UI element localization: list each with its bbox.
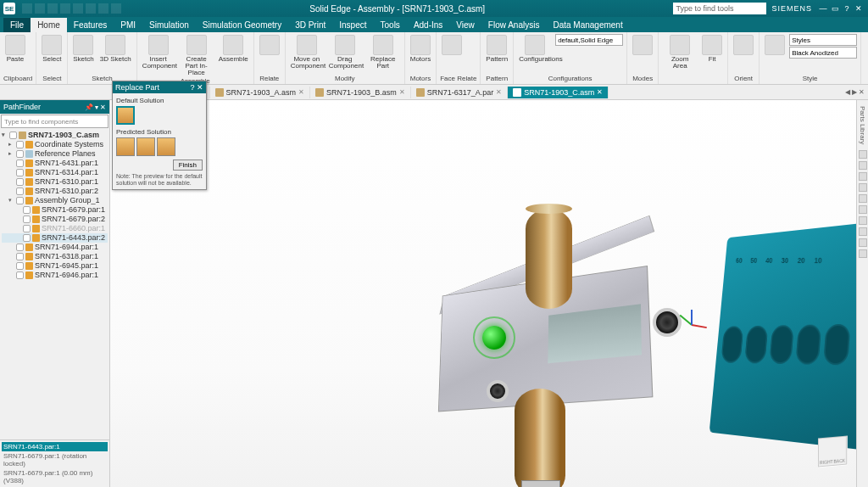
replace-part-header[interactable]: Replace Part ? ✕ (113, 81, 206, 93)
menu-tab-home[interactable]: Home (31, 18, 67, 32)
tree-item[interactable]: SRN71-6431.par:1 (2, 159, 108, 168)
tool-search[interactable]: Type to find tools (673, 3, 766, 14)
qa-btn[interactable] (98, 3, 108, 14)
viewport-3d[interactable]: 605040302010 RIGHTBACK Parts Library (110, 100, 868, 487)
qa-btn[interactable] (111, 3, 121, 14)
ribbon-replace-part[interactable]: Replace Part (365, 34, 401, 70)
menu-tab-data-management[interactable]: Data Management (546, 18, 629, 32)
ribbon-fit[interactable]: Fit (700, 34, 724, 70)
restore-button[interactable]: ▭ (829, 3, 841, 14)
menu-tab-flow-analysis[interactable]: Flow Analysis (481, 18, 547, 32)
panel-help-icon[interactable]: ? (190, 83, 194, 92)
menu-tab-3d-print[interactable]: 3D Print (288, 18, 332, 32)
doc-tab[interactable]: SRN71-1903_A.asm✕ (210, 87, 311, 98)
ribbon-sketch[interactable]: Sketch (71, 34, 95, 64)
relation-row[interactable]: SRN71-6679.par:1 (0.00 mm) (V388) (2, 468, 108, 485)
pathfinder-title: PathFinder (3, 103, 41, 111)
panel-close-icon[interactable]: ✕ (100, 104, 106, 111)
dock-btn[interactable] (859, 172, 867, 181)
config-select[interactable]: default,Solid Edge (555, 34, 623, 46)
menu-tab-simulation[interactable]: Simulation (142, 18, 196, 32)
menu-tab-simulation-geometry[interactable]: Simulation Geometry (196, 18, 288, 32)
tree-item[interactable]: SRN71-6945.par:1 (2, 261, 108, 271)
qa-btn[interactable] (73, 3, 83, 14)
panel-close-icon[interactable]: ✕ (197, 83, 203, 92)
dock-btn[interactable] (859, 249, 867, 258)
dock-btn[interactable] (859, 205, 867, 214)
dock-btn[interactable] (859, 227, 867, 236)
help-button[interactable]: ? (841, 3, 853, 14)
menu-tab-pmi[interactable]: PMI (114, 18, 142, 32)
tree-item[interactable]: ▸Reference Planes (2, 149, 108, 159)
menu-tab-view[interactable]: View (449, 18, 481, 32)
parts-library-tab[interactable]: Parts Library (859, 106, 866, 144)
ribbon-zoom-area[interactable]: Zoom Area (662, 34, 698, 70)
tree-item[interactable]: SRN71-6679.par:2 (2, 215, 108, 224)
relation-row[interactable]: SRN71-6443.par:1 (2, 442, 108, 451)
axis-triad[interactable] (675, 307, 709, 341)
view-cube[interactable]: RIGHTBACK (818, 436, 847, 467)
ribbon-btn[interactable] (258, 34, 281, 56)
style-select[interactable]: Black Anodized (789, 47, 857, 59)
brass-pin-top (526, 209, 572, 309)
menu-tab-tools[interactable]: Tools (374, 18, 407, 32)
qa-btn[interactable] (60, 3, 70, 14)
tree-item[interactable]: ▾Assembly Group_1 (2, 196, 108, 205)
menu-tab-features[interactable]: Features (67, 18, 114, 32)
ribbon-insert-component[interactable]: Insert Component (141, 34, 176, 77)
qa-btn[interactable] (47, 3, 58, 14)
qa-btn[interactable] (86, 3, 96, 14)
close-button[interactable]: ✕ (853, 3, 865, 14)
relation-row[interactable]: SRN71-6679.par:1 (rotation locked) (2, 451, 108, 468)
pathfinder-search[interactable]: Type to find components (1, 115, 108, 128)
tree-root[interactable]: ▾SRN71-1903_C.asm (2, 131, 108, 140)
panel-pin-icon[interactable]: 📌 (85, 104, 93, 111)
tree-item[interactable]: SRN71-6314.par:1 (2, 168, 108, 177)
ribbon-create-part-in-place[interactable]: Create Part In-Place (179, 34, 214, 77)
menu-tab-file[interactable]: File (3, 18, 31, 32)
ribbon-btn[interactable] (631, 34, 654, 56)
ribbon-assemble[interactable]: Assemble (217, 34, 250, 77)
ribbon-btn[interactable] (732, 34, 755, 56)
tree-item[interactable]: SRN71-6443.par:2 (2, 233, 108, 243)
panel-menu-icon[interactable]: ▾ (95, 104, 98, 111)
ribbon-motors[interactable]: Motors (409, 34, 432, 64)
menu-tab-add-ins[interactable]: Add-Ins (407, 18, 449, 32)
minimize-button[interactable]: — (817, 3, 829, 14)
dock-btn[interactable] (859, 161, 867, 170)
predicted-thumb-1[interactable] (116, 137, 135, 156)
tree-item[interactable]: SRN71-6310.par:1 (2, 177, 108, 187)
predicted-thumb-2[interactable] (136, 137, 155, 156)
doc-tab[interactable]: SRN71-6317_A.par✕ (411, 87, 509, 98)
ribbon-move-on-component[interactable]: Move on Component (289, 34, 325, 70)
tree-item[interactable]: SRN71-6679.par:1 (2, 205, 108, 215)
tree-item[interactable]: SRN71-6660.par:1 (2, 224, 108, 233)
ribbon-select[interactable]: Select (40, 34, 64, 64)
ribbon-drag-component[interactable]: Drag Component (327, 34, 363, 70)
dock-btn[interactable] (859, 150, 867, 159)
ribbon-paste[interactable]: Paste (3, 34, 27, 64)
ribbon-pattern[interactable]: Pattern (484, 34, 509, 64)
doc-tab[interactable]: SRN71-1903_B.asm✕ (310, 87, 411, 98)
tree-item[interactable]: ▸Coordinate Systems (2, 140, 108, 149)
dock-btn[interactable] (859, 194, 867, 203)
dock-btn[interactable] (859, 238, 867, 247)
menu-tab-inspect[interactable]: Inspect (332, 18, 373, 32)
ribbon-3d-sketch[interactable]: 3D Sketch (98, 34, 133, 64)
finish-button[interactable]: Finish (173, 160, 203, 171)
default-solution-thumb[interactable] (116, 106, 135, 125)
app-icon: SE (3, 3, 15, 14)
tree-item[interactable]: SRN71-6944.par:1 (2, 243, 108, 252)
predicted-thumb-3[interactable] (157, 137, 175, 156)
ribbon-btn[interactable] (763, 34, 787, 59)
qa-btn[interactable] (35, 3, 45, 14)
dock-btn[interactable] (859, 216, 867, 225)
doc-tab[interactable]: SRN71-1903_C.asm✕ (508, 87, 609, 98)
ribbon-btn[interactable] (440, 34, 464, 56)
qa-btn[interactable] (22, 3, 32, 14)
dock-btn[interactable] (859, 183, 867, 192)
tree-item[interactable]: SRN71-6318.par:1 (2, 252, 108, 261)
tree-item[interactable]: SRN71-6946.par:1 (2, 271, 108, 280)
ribbon-configurations[interactable]: Configurations (517, 34, 553, 64)
tree-item[interactable]: SRN71-6310.par:2 (2, 187, 108, 196)
